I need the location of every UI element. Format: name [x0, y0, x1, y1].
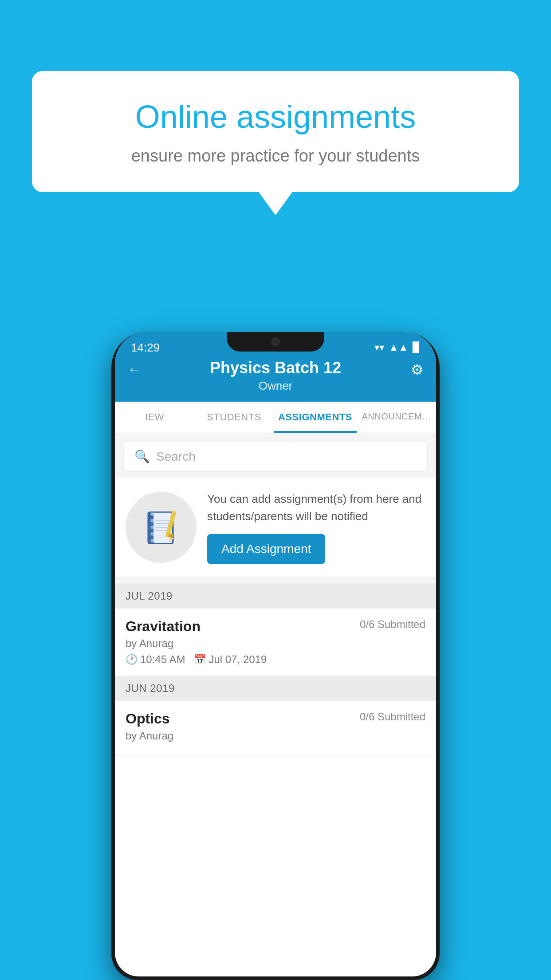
section-header-jun: JUN 2019	[115, 676, 436, 701]
svg-rect-11	[155, 523, 170, 524]
assignment-date: 📅 Jul 07, 2019	[194, 653, 267, 666]
add-assignment-button[interactable]: Add Assignment	[207, 534, 325, 564]
settings-icon[interactable]: ⚙	[411, 361, 424, 378]
phone-notch	[227, 332, 324, 352]
battery-icon: ▉	[413, 342, 420, 353]
section-header-jul: JUL 2019	[115, 584, 436, 609]
back-button[interactable]: ←	[127, 361, 142, 378]
search-bar[interactable]: 🔍 Search	[124, 442, 427, 471]
search-icon: 🔍	[134, 449, 150, 464]
promo-right: You can add assignment(s) from here and …	[207, 490, 425, 564]
assignment-time-value: 10:45 AM	[140, 653, 185, 666]
assignment-submitted: 0/6 Submitted	[360, 618, 425, 631]
assignment-time: 🕐 10:45 AM	[126, 653, 185, 666]
svg-point-4	[150, 512, 154, 516]
assignment-name: Gravitation	[126, 618, 201, 635]
calendar-icon: 📅	[194, 654, 206, 665]
tabs-bar: IEW STUDENTS ASSIGNMENTS ANNOUNCEM…	[115, 402, 436, 433]
svg-point-7	[150, 532, 154, 536]
phone-camera	[271, 337, 280, 346]
assignment-name-optics: Optics	[126, 711, 170, 727]
content-area: 🔍 Search	[115, 433, 436, 756]
promo-icon-circle	[126, 492, 197, 563]
assignment-row1: Gravitation 0/6 Submitted	[126, 618, 425, 635]
assignment-row3: 🕐 10:45 AM 📅 Jul 07, 2019	[126, 653, 425, 666]
assignment-row1-optics: Optics 0/6 Submitted	[126, 711, 425, 727]
signal-icon: ▲▲	[389, 342, 408, 353]
svg-rect-10	[155, 520, 170, 521]
tab-students[interactable]: STUDENTS	[194, 402, 274, 433]
phone-frame: 14:29 ▾▾ ▲▲ ▉ ← Physics Batch 12 Owner ⚙…	[111, 332, 440, 980]
speech-bubble-subtitle: ensure more practice for your students	[63, 146, 488, 166]
tab-iew[interactable]: IEW	[115, 402, 194, 433]
wifi-icon: ▾▾	[374, 342, 384, 353]
assignment-item-gravitation[interactable]: Gravitation 0/6 Submitted by Anurag 🕐 10…	[115, 609, 436, 676]
svg-rect-13	[155, 530, 168, 531]
promo-card: You can add assignment(s) from here and …	[115, 478, 436, 577]
tab-assignments[interactable]: ASSIGNMENTS	[274, 402, 357, 433]
svg-point-6	[150, 526, 154, 529]
assignment-item-optics[interactable]: Optics 0/6 Submitted by Anurag	[115, 701, 436, 756]
assignment-submitted-optics: 0/6 Submitted	[360, 711, 425, 723]
status-icons: ▾▾ ▲▲ ▉	[374, 342, 420, 353]
header-subtitle: Owner	[128, 379, 423, 393]
svg-point-5	[150, 519, 154, 522]
speech-bubble-container: Online assignments ensure more practice …	[32, 71, 519, 192]
assignment-author-optics: by Anurag	[126, 730, 425, 742]
header-title: Physics Batch 12	[128, 359, 423, 377]
tab-announcements[interactable]: ANNOUNCEM…	[357, 402, 436, 433]
speech-bubble: Online assignments ensure more practice …	[32, 71, 519, 192]
promo-text: You can add assignment(s) from here and …	[207, 490, 425, 525]
assignment-date-value: Jul 07, 2019	[209, 653, 267, 666]
assignment-author: by Anurag	[126, 637, 425, 650]
notebook-svg	[141, 507, 181, 547]
svg-point-8	[150, 539, 154, 542]
phone-screen: 14:29 ▾▾ ▲▲ ▉ ← Physics Batch 12 Owner ⚙…	[115, 332, 436, 976]
clock-icon: 🕐	[126, 654, 138, 665]
speech-bubble-title: Online assignments	[63, 98, 488, 136]
status-time: 14:29	[131, 341, 160, 355]
search-placeholder: Search	[156, 450, 196, 464]
